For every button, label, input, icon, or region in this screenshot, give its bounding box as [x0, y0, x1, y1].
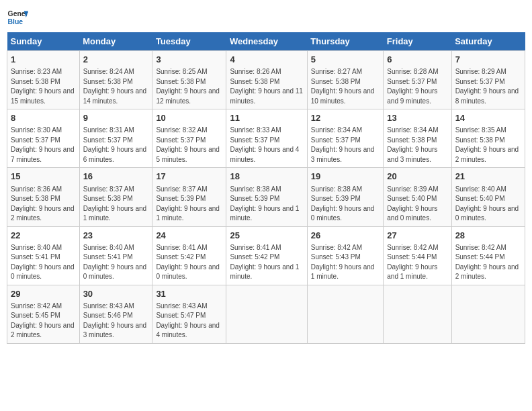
- day-info: Sunrise: 8:38 AM Sunset: 5:39 PM Dayligh…: [311, 185, 380, 224]
- day-info: Sunrise: 8:30 AM Sunset: 5:37 PM Dayligh…: [11, 126, 76, 165]
- day-number: 28: [455, 230, 521, 242]
- calendar-cell: [451, 285, 525, 343]
- day-info: Sunrise: 8:38 AM Sunset: 5:39 PM Dayligh…: [230, 185, 303, 224]
- day-number: 29: [11, 288, 76, 300]
- calendar-cell: [384, 285, 451, 343]
- calendar-cell: 25Sunrise: 8:41 AM Sunset: 5:42 PM Dayli…: [226, 226, 307, 285]
- col-header-monday: Monday: [79, 32, 152, 51]
- day-number: 6: [387, 54, 447, 66]
- day-info: Sunrise: 8:33 AM Sunset: 5:37 PM Dayligh…: [230, 126, 303, 165]
- day-number: 13: [387, 112, 447, 124]
- day-info: Sunrise: 8:40 AM Sunset: 5:41 PM Dayligh…: [83, 243, 149, 282]
- day-number: 2: [83, 54, 149, 66]
- calendar-cell: 3Sunrise: 8:25 AM Sunset: 5:38 PM Daylig…: [152, 51, 226, 109]
- col-header-tuesday: Tuesday: [152, 32, 226, 51]
- day-info: Sunrise: 8:35 AM Sunset: 5:38 PM Dayligh…: [455, 126, 521, 165]
- calendar-cell: 26Sunrise: 8:42 AM Sunset: 5:43 PM Dayli…: [307, 226, 384, 285]
- calendar-cell: 18Sunrise: 8:38 AM Sunset: 5:39 PM Dayli…: [226, 168, 307, 226]
- week-row-3: 15Sunrise: 8:36 AM Sunset: 5:38 PM Dayli…: [7, 168, 525, 226]
- week-row-5: 29Sunrise: 8:42 AM Sunset: 5:45 PM Dayli…: [7, 285, 525, 343]
- day-info: Sunrise: 8:34 AM Sunset: 5:37 PM Dayligh…: [311, 126, 380, 165]
- day-number: 12: [311, 112, 380, 124]
- week-row-4: 22Sunrise: 8:40 AM Sunset: 5:41 PM Dayli…: [7, 226, 525, 285]
- day-info: Sunrise: 8:42 AM Sunset: 5:44 PM Dayligh…: [387, 243, 447, 282]
- day-number: 5: [311, 54, 380, 66]
- day-info: Sunrise: 8:27 AM Sunset: 5:38 PM Dayligh…: [311, 67, 380, 106]
- day-number: 17: [156, 171, 222, 183]
- calendar-cell: 4Sunrise: 8:26 AM Sunset: 5:38 PM Daylig…: [226, 51, 307, 109]
- calendar-cell: 31Sunrise: 8:43 AM Sunset: 5:47 PM Dayli…: [152, 285, 226, 343]
- calendar-cell: 30Sunrise: 8:43 AM Sunset: 5:46 PM Dayli…: [79, 285, 152, 343]
- calendar-cell: 15Sunrise: 8:36 AM Sunset: 5:38 PM Dayli…: [7, 168, 80, 226]
- day-info: Sunrise: 8:23 AM Sunset: 5:38 PM Dayligh…: [11, 67, 76, 106]
- day-number: 8: [11, 112, 76, 124]
- day-number: 31: [156, 288, 222, 300]
- col-header-thursday: Thursday: [307, 32, 384, 51]
- calendar-cell: 14Sunrise: 8:35 AM Sunset: 5:38 PM Dayli…: [451, 109, 525, 168]
- calendar-cell: 11Sunrise: 8:33 AM Sunset: 5:37 PM Dayli…: [226, 109, 307, 168]
- calendar-cell: 17Sunrise: 8:37 AM Sunset: 5:39 PM Dayli…: [152, 168, 226, 226]
- day-number: 9: [83, 112, 149, 124]
- day-info: Sunrise: 8:36 AM Sunset: 5:38 PM Dayligh…: [11, 185, 76, 224]
- day-number: 14: [455, 112, 521, 124]
- day-info: Sunrise: 8:28 AM Sunset: 5:37 PM Dayligh…: [387, 67, 447, 106]
- day-info: Sunrise: 8:42 AM Sunset: 5:45 PM Dayligh…: [11, 302, 76, 340]
- day-info: Sunrise: 8:39 AM Sunset: 5:40 PM Dayligh…: [387, 185, 447, 224]
- calendar-table: SundayMondayTuesdayWednesdayThursdayFrid…: [7, 32, 525, 344]
- day-number: 21: [455, 171, 521, 183]
- col-header-wednesday: Wednesday: [226, 32, 307, 51]
- day-number: 7: [455, 54, 521, 66]
- week-row-1: 1Sunrise: 8:23 AM Sunset: 5:38 PM Daylig…: [7, 51, 525, 109]
- calendar-cell: 21Sunrise: 8:40 AM Sunset: 5:40 PM Dayli…: [451, 168, 525, 226]
- calendar-cell: 6Sunrise: 8:28 AM Sunset: 5:37 PM Daylig…: [384, 51, 451, 109]
- day-info: Sunrise: 8:42 AM Sunset: 5:44 PM Dayligh…: [455, 243, 521, 282]
- day-number: 10: [156, 112, 222, 124]
- day-info: Sunrise: 8:25 AM Sunset: 5:38 PM Dayligh…: [156, 67, 222, 106]
- day-number: 20: [387, 171, 447, 183]
- calendar-cell: [226, 285, 307, 343]
- day-number: 15: [11, 171, 76, 183]
- day-number: 25: [230, 230, 303, 242]
- day-number: 27: [387, 230, 447, 242]
- day-info: Sunrise: 8:43 AM Sunset: 5:47 PM Dayligh…: [156, 302, 222, 340]
- day-number: 30: [83, 288, 149, 300]
- day-info: Sunrise: 8:41 AM Sunset: 5:42 PM Dayligh…: [230, 243, 303, 282]
- calendar-cell: 29Sunrise: 8:42 AM Sunset: 5:45 PM Dayli…: [7, 285, 80, 343]
- day-info: Sunrise: 8:34 AM Sunset: 5:38 PM Dayligh…: [387, 126, 447, 165]
- calendar-cell: 8Sunrise: 8:30 AM Sunset: 5:37 PM Daylig…: [7, 109, 80, 168]
- day-number: 24: [156, 230, 222, 242]
- calendar-cell: 10Sunrise: 8:32 AM Sunset: 5:37 PM Dayli…: [152, 109, 226, 168]
- col-header-saturday: Saturday: [451, 32, 525, 51]
- day-number: 22: [11, 230, 76, 242]
- day-info: Sunrise: 8:37 AM Sunset: 5:39 PM Dayligh…: [156, 185, 222, 224]
- col-header-friday: Friday: [384, 32, 451, 51]
- day-number: 11: [230, 112, 303, 124]
- calendar-cell: 28Sunrise: 8:42 AM Sunset: 5:44 PM Dayli…: [451, 226, 525, 285]
- calendar-cell: 20Sunrise: 8:39 AM Sunset: 5:40 PM Dayli…: [384, 168, 451, 226]
- calendar-cell: 9Sunrise: 8:31 AM Sunset: 5:37 PM Daylig…: [79, 109, 152, 168]
- calendar-cell: 2Sunrise: 8:24 AM Sunset: 5:38 PM Daylig…: [79, 51, 152, 109]
- col-header-sunday: Sunday: [7, 32, 80, 51]
- calendar-cell: 13Sunrise: 8:34 AM Sunset: 5:38 PM Dayli…: [384, 109, 451, 168]
- day-info: Sunrise: 8:24 AM Sunset: 5:38 PM Dayligh…: [83, 67, 149, 106]
- calendar-cell: [307, 285, 384, 343]
- calendar-cell: 27Sunrise: 8:42 AM Sunset: 5:44 PM Dayli…: [384, 226, 451, 285]
- logo-icon: General Blue: [7, 7, 28, 28]
- day-number: 16: [83, 171, 149, 183]
- day-number: 3: [156, 54, 222, 66]
- calendar-cell: 16Sunrise: 8:37 AM Sunset: 5:38 PM Dayli…: [79, 168, 152, 226]
- day-info: Sunrise: 8:29 AM Sunset: 5:37 PM Dayligh…: [455, 67, 521, 106]
- header: General Blue: [7, 7, 525, 28]
- calendar-cell: 7Sunrise: 8:29 AM Sunset: 5:37 PM Daylig…: [451, 51, 525, 109]
- day-number: 23: [83, 230, 149, 242]
- day-info: Sunrise: 8:31 AM Sunset: 5:37 PM Dayligh…: [83, 126, 149, 165]
- day-number: 19: [311, 171, 380, 183]
- day-info: Sunrise: 8:32 AM Sunset: 5:37 PM Dayligh…: [156, 126, 222, 165]
- svg-text:Blue: Blue: [8, 18, 24, 26]
- logo: General Blue: [7, 7, 31, 28]
- calendar-cell: 5Sunrise: 8:27 AM Sunset: 5:38 PM Daylig…: [307, 51, 384, 109]
- calendar-cell: 22Sunrise: 8:40 AM Sunset: 5:41 PM Dayli…: [7, 226, 80, 285]
- calendar-cell: 24Sunrise: 8:41 AM Sunset: 5:42 PM Dayli…: [152, 226, 226, 285]
- day-info: Sunrise: 8:40 AM Sunset: 5:40 PM Dayligh…: [455, 185, 521, 224]
- day-number: 18: [230, 171, 303, 183]
